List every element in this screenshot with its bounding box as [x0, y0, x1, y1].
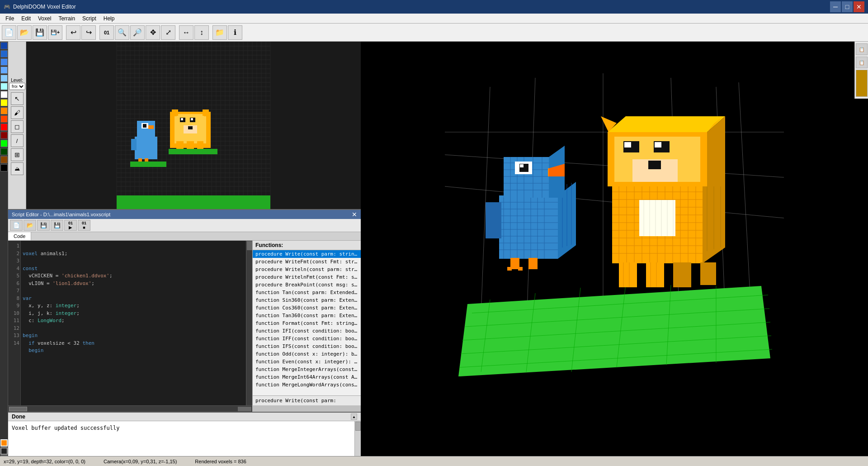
script-new-button[interactable]: 📄 [10, 220, 23, 231]
erase-tool[interactable]: ◻ [11, 120, 24, 133]
color-red-orange[interactable] [0, 115, 8, 123]
func-item-ifs[interactable]: function IFS(const condition: boolean; c… [253, 342, 361, 350]
output-vscroll[interactable] [354, 421, 361, 460]
hscroll-right[interactable] [238, 407, 251, 411]
func-item-ifi[interactable]: function IFI(const condition: boolean; c… [253, 327, 361, 335]
color-yellow[interactable] [0, 99, 8, 106]
line-numbers: 12345 678910 11121314 [8, 241, 21, 405]
maximize-button[interactable]: □ [842, 1, 853, 12]
script-close-button[interactable]: ✕ [352, 211, 357, 218]
func-item-iff[interactable]: function IFF(const condition: boolean; c… [253, 335, 361, 342]
color-black[interactable] [0, 164, 8, 171]
right-3d-view[interactable] [361, 42, 868, 466]
svg-rect-161 [507, 267, 512, 271]
toolbar: 📄 📂 💾 💾+ ↩ ↪ 01 🔍 🔎 ✥ ⤢ ↔ ↕ 📁 ℹ [0, 24, 868, 42]
code-content[interactable]: voxel animals1; const vCHICKEN = 'chicke… [21, 241, 246, 405]
open-button[interactable]: 📂 [17, 25, 32, 40]
color-blue3[interactable] [0, 58, 8, 66]
minimize-button[interactable]: ─ [830, 1, 841, 12]
voxel-canvas[interactable] [26, 42, 361, 209]
func-item-format[interactable]: function Format(const Fmt: string; const… [253, 319, 361, 327]
right-icon-2[interactable]: 📋 [856, 57, 868, 68]
output-scroll-up[interactable]: ▲ [351, 414, 357, 420]
functions-list[interactable]: procedure Write(const parm: string); pro… [253, 250, 361, 395]
zoom-in-button[interactable]: 🔍 [115, 25, 129, 40]
info-button[interactable]: ℹ [228, 25, 242, 40]
code-hscroll[interactable] [8, 405, 252, 412]
hscroll-thumb[interactable] [9, 407, 27, 411]
func-item-writeln[interactable]: procedure Writeln(const parm: string); [253, 266, 361, 273]
voxel-grid-svg [26, 42, 361, 209]
arrows-button[interactable]: ⤢ [161, 25, 175, 40]
script-saveas-button[interactable]: 💾 [51, 220, 63, 231]
color-brown[interactable] [0, 156, 8, 163]
color-cyan[interactable] [0, 83, 8, 90]
app-icon: 🎮 [4, 4, 10, 10]
func-item-tan360[interactable]: function Tan360(const parm: Extended): E… [253, 312, 361, 319]
flip-h-button[interactable]: ↔ [179, 25, 193, 40]
func-item-write[interactable]: procedure Write(const parm: string); [253, 250, 361, 258]
func-item-writefmt[interactable]: procedure WriteFmt(const Fmt: string; co… [253, 258, 361, 266]
terrain-tool[interactable]: ⛰ [11, 162, 24, 175]
pan-button[interactable]: ✥ [146, 25, 160, 40]
output-scroll-thumb[interactable] [355, 422, 361, 431]
menubar: File Edit Voxel Terrain Script Help [0, 14, 868, 24]
menu-script[interactable]: Script [79, 14, 100, 23]
menu-help[interactable]: Help [100, 14, 118, 23]
background-color[interactable] [0, 447, 8, 455]
func-item-sin360[interactable]: function Sin360(const parm: Extended): E… [253, 296, 361, 304]
color-red[interactable] [0, 124, 8, 131]
color-blue5[interactable] [0, 75, 8, 82]
fill-tool[interactable]: ⊞ [11, 148, 24, 161]
zoom-out-button[interactable]: 🔎 [130, 25, 145, 40]
undo-button[interactable]: ↩ [66, 25, 80, 40]
export-button[interactable]: 01 [99, 25, 114, 40]
func-item-mergelongword[interactable]: function MergeLongWordArrays(const A1, A… [253, 381, 361, 389]
color-dark-green[interactable] [0, 148, 8, 155]
flip-v-button[interactable]: ↕ [194, 25, 209, 40]
func-item-odd[interactable]: function Odd(const x: integer): boolean; [253, 350, 361, 358]
script-open-button[interactable]: 📂 [24, 220, 36, 231]
color-orange[interactable] [0, 107, 8, 114]
tab-code[interactable]: Code [8, 232, 31, 240]
paint-tool[interactable]: 🖌 [11, 106, 24, 119]
save-as-button[interactable]: 💾+ [48, 25, 62, 40]
color-green[interactable] [0, 140, 8, 147]
vscroll-thumb[interactable] [247, 241, 252, 250]
save-button[interactable]: 💾 [33, 25, 47, 40]
func-item-writelnjmt[interactable]: procedure WritelnFmt(const Fmt: string; … [253, 273, 361, 281]
menu-edit[interactable]: Edit [18, 14, 34, 23]
code-vscroll[interactable] [246, 241, 252, 405]
main-area: Level: front back left right ↖ 🖌 ◻ / ⊞ ⛰ [0, 42, 868, 466]
menu-file[interactable]: File [2, 14, 18, 23]
func-item-tan[interactable]: function Tan(const parm: Extended): Exte… [253, 289, 361, 296]
folder-button[interactable]: 📁 [212, 25, 227, 40]
func-item-mergeint64[interactable]: function MergeInt64Arrays(const A1, A2: … [253, 373, 361, 381]
color-blue4[interactable] [0, 67, 8, 74]
menu-terrain[interactable]: Terrain [55, 14, 79, 23]
menu-voxel[interactable]: Voxel [34, 14, 55, 23]
right-icon-3[interactable] [856, 70, 868, 97]
color-dark-red[interactable] [0, 132, 8, 139]
func-item-even[interactable]: function Even(const x: integer): boolean… [253, 358, 361, 366]
new-button[interactable]: 📄 [2, 25, 16, 40]
line-tool[interactable]: / [11, 134, 24, 147]
redo-button[interactable]: ↪ [81, 25, 96, 40]
script-run1-button[interactable]: 01▶ [64, 220, 77, 231]
script-run2-button[interactable]: 01■ [78, 220, 90, 231]
color-white[interactable] [0, 91, 8, 98]
func-item-cos360[interactable]: function Cos360(const parm: Extended): E… [253, 304, 361, 312]
titlebar-controls[interactable]: ─ □ ✕ [830, 1, 864, 12]
svg-rect-94 [176, 141, 184, 149]
level-select[interactable]: front back left right [9, 83, 25, 90]
right-icon-1[interactable]: 📋 [856, 43, 868, 55]
tool-strip: Level: front back left right ↖ 🖌 ◻ / ⊞ ⛰ [8, 42, 26, 209]
color-blue2[interactable] [0, 50, 8, 57]
script-save-button[interactable]: 💾 [37, 220, 50, 231]
select-tool[interactable]: ↖ [11, 92, 24, 105]
close-button[interactable]: ✕ [854, 1, 864, 12]
foreground-color[interactable] [0, 439, 8, 447]
color-blue[interactable] [0, 42, 8, 49]
func-item-breakpoint[interactable]: procedure BreakPoint(const msg: string); [253, 281, 361, 289]
func-item-mergeint[interactable]: function MergeIntegerArrays(const A1, A2… [253, 366, 361, 373]
